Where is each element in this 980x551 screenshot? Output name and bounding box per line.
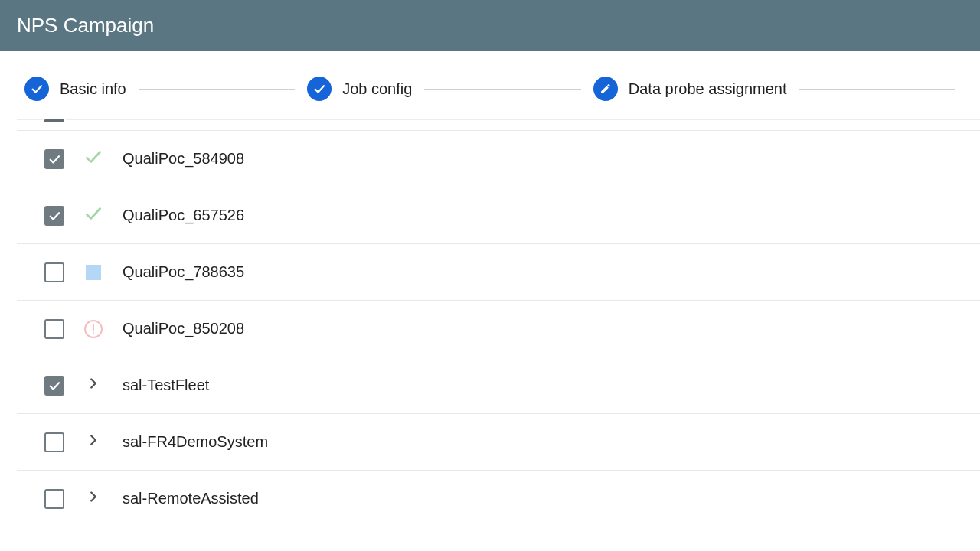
list-item[interactable]: QualiPoc_584908 [17, 131, 980, 187]
checkbox[interactable] [44, 489, 64, 509]
step-divider [139, 89, 295, 90]
step-label: Job config [342, 80, 412, 98]
list-item[interactable]: QualiPoc_657526 [17, 187, 980, 244]
edit-icon [593, 77, 618, 101]
step-label: Basic info [60, 80, 126, 98]
checkbox[interactable] [44, 262, 64, 282]
probe-name: QualiPoc_850208 [122, 320, 244, 337]
probe-name: sal-RemoteAssisted [122, 490, 259, 507]
status-idle-icon [86, 265, 101, 280]
chevron-right-icon[interactable] [85, 375, 102, 396]
step-label: Data probe assignment [629, 80, 787, 98]
status-alert-icon [84, 320, 103, 338]
page-title: NPS Campaign [17, 14, 154, 37]
checkbox[interactable] [44, 149, 64, 169]
checkbox[interactable] [44, 432, 64, 452]
step-divider [799, 89, 956, 90]
list-item[interactable]: sal-FR4DemoSystem [17, 414, 980, 471]
list-item[interactable]: sal-RemoteAssisted [17, 471, 980, 527]
step-divider [424, 89, 580, 90]
probe-name: sal-TestFleet [122, 377, 209, 394]
page-header: NPS Campaign [0, 0, 980, 54]
list-item[interactable]: QualiPoc_850208 [17, 301, 980, 357]
probe-name: QualiPoc_788635 [122, 263, 244, 281]
chevron-right-icon[interactable] [85, 488, 102, 509]
step-data-probe-assignment[interactable]: Data probe assignment [593, 77, 787, 101]
checkbox[interactable] [44, 376, 64, 396]
status-ok-icon [83, 147, 103, 171]
chevron-right-icon[interactable] [85, 432, 102, 452]
list-item[interactable]: sal-TestFleet [17, 357, 980, 414]
probe-name: QualiPoc_584908 [122, 150, 244, 168]
probe-name: QualiPoc_657526 [122, 207, 244, 224]
status-ok-icon [83, 204, 103, 227]
probe-list: QualiPoc_584908 QualiPoc_657526 QualiPoc… [17, 119, 980, 527]
step-basic-info[interactable]: Basic info [24, 77, 126, 101]
list-item[interactable]: QualiPoc_788635 [17, 244, 980, 301]
stepper: Basic info Job config Data probe assignm… [0, 54, 980, 119]
checkbox[interactable] [44, 319, 64, 339]
probe-name: sal-FR4DemoSystem [122, 433, 268, 451]
checkbox[interactable] [44, 206, 64, 226]
check-icon [307, 77, 332, 101]
step-job-config[interactable]: Job config [307, 77, 412, 101]
list-item-partial [17, 120, 980, 131]
check-icon [24, 77, 49, 101]
